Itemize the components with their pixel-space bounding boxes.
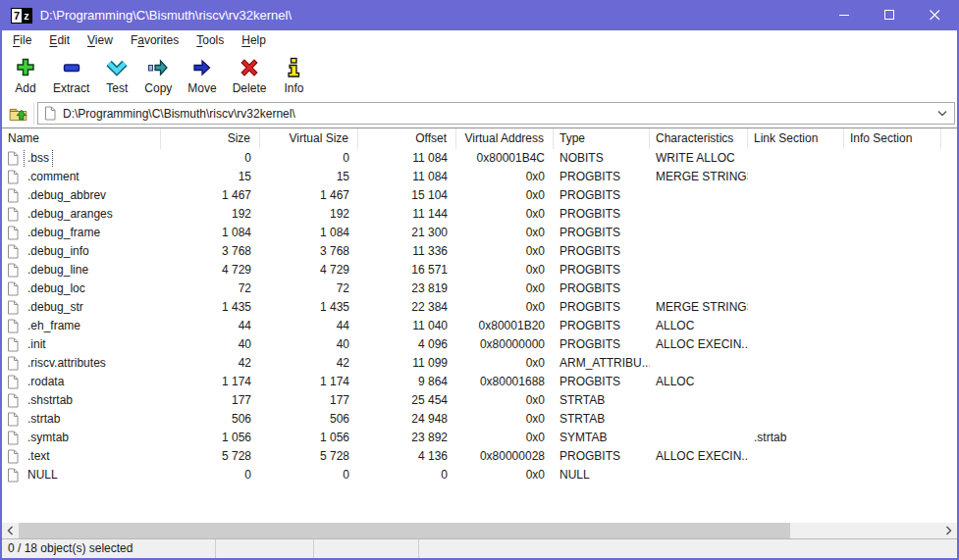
cell-virtual-address: 0x80001B20 [456,317,554,335]
column-header-virtual-size[interactable]: Virtual Size [260,128,358,149]
column-header-link-section[interactable]: Link Section [748,128,844,149]
cell-virtual-size: 1 056 [260,429,358,447]
column-header-size[interactable]: Size [161,128,260,149]
table-row[interactable]: .comment151511 0840x0PROGBITSMERGE STRIN… [2,168,957,186]
table-row[interactable]: .strtab50650624 9480x0STRTAB [2,410,957,429]
cell-type: NOBITS [554,149,650,168]
table-row[interactable]: .debug_aranges19219211 1440x0PROGBITS [2,205,957,224]
cell-virtual-size: 72 [260,280,358,298]
cell-type: PROGBITS [554,373,650,391]
scroll-left-button[interactable] [2,523,19,538]
menu-tools[interactable]: Tools [187,30,233,51]
cell-characteristics: WRITE ALLOC [650,149,748,168]
app-icon-z: z [22,9,31,23]
column-header-label: Virtual Size [290,131,348,145]
toolbar-move-button[interactable]: Move [180,54,224,97]
table-row[interactable]: .rodata1 1741 1749 8640x80001688PROGBITS… [2,373,957,391]
toolbar-extract-button[interactable]: Extract [45,54,97,97]
maximize-button[interactable] [867,0,912,30]
file-icon [7,300,19,315]
scroll-right-button[interactable] [940,523,957,538]
cell-type: PROGBITS [554,242,650,261]
cell-offset: 22 384 [358,298,456,317]
file-icon [44,106,56,121]
toolbar-add-label: Add [15,81,35,95]
scrollbar-thumb[interactable] [19,523,790,538]
cell-link-section [748,354,844,373]
cell-name: .text [2,447,161,466]
cell-link-section: .strtab [748,429,844,447]
cell-type: PROGBITS [554,224,650,242]
toolbar-test-button[interactable]: Test [97,54,136,97]
menu-favorites[interactable]: Favorites [122,30,187,51]
chevron-down-icon[interactable] [931,110,954,117]
section-name: .comment [25,168,82,186]
table-row[interactable]: .init40404 0960x80000000PROGBITSALLOC EX… [2,335,957,354]
app-icon-7: 7 [12,9,22,23]
toolbar-copy-button[interactable]: Copy [136,54,180,97]
cell-info-section [844,391,941,410]
column-header-virtual-address[interactable]: Virtual Address [456,128,554,149]
table-row[interactable]: NULL0000x0NULL [2,466,957,484]
cell-offset: 11 144 [358,205,456,224]
table-row[interactable]: .bss0011 0840x80001B4CNOBITSWRITE ALLOC [2,149,957,168]
section-name: .debug_str [25,298,86,317]
table-row[interactable]: .debug_line4 7294 72916 5710x0PROGBITS [2,261,957,280]
menu-file[interactable]: File [4,30,40,51]
column-header-name[interactable]: Name [2,128,161,149]
table-row[interactable]: .debug_info3 7683 76811 3360x0PROGBITS [2,242,957,261]
table-row[interactable]: .text5 7285 7284 1360x80000028PROGBITSAL… [2,447,957,466]
parent-folder-button[interactable] [5,102,30,126]
cell-info-section [844,242,941,261]
cell-virtual-size: 0 [260,466,358,484]
column-header-type[interactable]: Type [554,128,650,149]
table-row[interactable]: .debug_str1 4351 43522 3840x0PROGBITSMER… [2,298,957,317]
menu-edit[interactable]: Edit [40,30,79,51]
cell-characteristics [650,242,748,261]
minimize-button[interactable] [822,0,867,30]
cell-type: NULL [554,466,650,484]
section-name: .debug_aranges [25,205,116,224]
column-header-label: Link Section [754,131,818,145]
cell-characteristics [650,429,748,447]
table-row[interactable]: .symtab1 0561 05623 8920x0SYMTAB.strtab [2,429,957,447]
table-row[interactable]: .shstrtab17717725 4540x0STRTAB [2,391,957,410]
file-icon [7,375,19,389]
cell-type: ARM_ATTRIBU... [554,354,650,373]
table-row[interactable]: .riscv.attributes424211 0990x0ARM_ATTRIB… [2,354,957,373]
cell-type: PROGBITS [554,186,650,205]
column-header-characteristics[interactable]: Characteristics [650,128,748,149]
table-row[interactable]: .debug_frame1 0841 08421 3000x0PROGBITS [2,224,957,242]
toolbar-delete-button[interactable]: Delete [225,54,275,97]
table-row[interactable]: .debug_abbrev1 4671 46715 1040x0PROGBITS [2,186,957,205]
cell-virtual-address: 0x0 [456,224,554,242]
cell-size: 1 467 [161,186,260,205]
file-icon [7,393,19,408]
menu-view[interactable]: View [79,30,122,51]
toolbar-info-label: Info [284,81,303,95]
table-row[interactable]: .debug_loc727223 8190x0PROGBITS [2,280,957,298]
address-combobox[interactable]: D:\Programming\C\Bismuth\riscv\rv32kerne… [37,102,955,125]
cell-characteristics [650,466,748,484]
window-controls [822,0,957,30]
table-row[interactable]: .eh_frame444411 0400x80001B20PROGBITSALL… [2,317,957,335]
test-icon [105,56,129,79]
toolbar-add-button[interactable]: Add [6,54,45,97]
cell-name: .debug_aranges [2,205,161,224]
section-name: .debug_line [25,261,91,280]
cell-info-section [844,317,941,335]
file-icon [7,356,19,371]
toolbar-info-button[interactable]: Info [274,54,313,97]
close-button[interactable] [912,0,957,30]
chevron-right-icon [945,526,952,535]
cell-size: 506 [161,410,260,429]
address-path: D:\Programming\C\Bismuth\riscv\rv32kerne… [63,107,931,121]
menu-help[interactable]: Help [233,30,275,51]
column-header-offset[interactable]: Offset [358,128,456,149]
cell-virtual-size: 0 [260,149,358,168]
cell-name: .comment [2,168,161,186]
horizontal-scrollbar[interactable] [2,523,957,538]
column-header-info-section[interactable]: Info Section [844,128,941,149]
cell-characteristics: MERGE STRINGS [650,168,748,186]
cell-size: 0 [161,466,260,484]
